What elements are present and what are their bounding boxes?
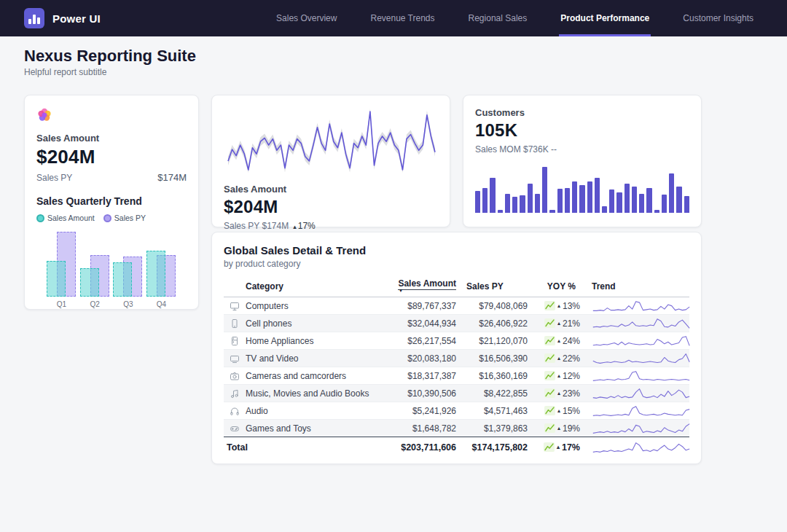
sales-amount-cell: $1,648,782 <box>380 423 456 434</box>
yoy-cell: ▴22% <box>528 353 582 364</box>
tab-revenue-trends[interactable]: Revenue Trends <box>370 0 434 36</box>
customer-bar <box>669 173 674 213</box>
trend-sparkline <box>592 441 691 454</box>
customer-bar <box>557 189 563 213</box>
column-header-sales-py[interactable]: Sales PY <box>456 281 528 292</box>
sales-amount-cell: $5,241,926 <box>380 406 456 416</box>
tab-regional-sales[interactable]: Regional Sales <box>469 0 528 36</box>
customer-bar <box>498 210 503 213</box>
column-header-yoy[interactable]: YOY % <box>528 281 582 292</box>
column-header-category[interactable]: Category <box>246 281 380 292</box>
customer-bar <box>579 185 584 213</box>
table-row-tv-and-video[interactable]: TV and Video$20,083,180$16,506,390▴22% <box>224 349 689 367</box>
table-row-cell-phones[interactable]: Cell phones$32,044,934$26,406,922▴21% <box>224 314 689 332</box>
customer-bar <box>654 210 659 213</box>
headphones-icon <box>230 406 240 416</box>
sales-py-cell: $21,120,070 <box>456 336 528 346</box>
tv-icon <box>230 353 240 364</box>
legend-label: Sales Amount <box>47 214 95 222</box>
trend-sparkline <box>592 300 691 313</box>
tab-customer-insights[interactable]: Customer Insights <box>683 0 753 36</box>
appliance-icon <box>230 336 240 346</box>
table-row-cameras-and-camcorders[interactable]: Cameras and camcorders$18,317,387$16,360… <box>224 367 689 384</box>
customer-bar <box>616 192 622 213</box>
sales-amount-bar <box>146 251 165 297</box>
column-header-trend[interactable]: Trend <box>582 281 691 292</box>
table-header-row: Category Sales Amount▼ Sales PY YOY % Tr… <box>224 276 689 297</box>
customer-bar <box>609 189 614 213</box>
trend-sparkline <box>592 422 691 435</box>
table-row-games-and-toys[interactable]: Games and Toys$1,648,782$1,379,863▴19% <box>224 419 689 437</box>
yoy-cell: ▴21% <box>528 318 582 329</box>
kpi-value: $204M <box>36 146 187 168</box>
increase-icon: ▴ <box>557 407 560 414</box>
sales-amount-cell: $20,083,180 <box>380 353 456 364</box>
table-row-audio[interactable]: Audio$5,241,926$4,571,463▴15% <box>224 402 689 419</box>
category-cell: Audio <box>246 406 380 416</box>
increase-icon: ▴ <box>557 444 560 450</box>
total-label: Total <box>224 442 380 453</box>
sales-trend-card: Sales Amount $204M Sales PY $174M▴17% <box>211 95 450 227</box>
customer-bar <box>549 210 555 213</box>
trend-sparkline <box>592 352 691 365</box>
table-title: Global Sales Detail & Trend <box>224 244 689 257</box>
quarter-bar-group: Q1 <box>47 230 77 308</box>
controller-icon <box>230 423 240 434</box>
sales-amount-cell: $89,767,337 <box>380 301 456 311</box>
page-title: Nexus Reporting Suite <box>24 47 196 66</box>
category-cell: Home Appliances <box>246 336 380 346</box>
increase-icon: ▴ <box>557 355 560 361</box>
sales-detail-card: Global Sales Detail & Trend by product c… <box>211 232 702 464</box>
table-row-home-appliances[interactable]: Home Appliances$26,217,554$21,120,070▴24… <box>224 332 689 349</box>
flower-icon <box>36 107 52 123</box>
yoy-sparkline-icon <box>544 353 555 363</box>
tab-product-performance[interactable]: Product Performance <box>560 0 649 36</box>
customer-bar <box>475 191 480 213</box>
table-subtitle: by product category <box>224 259 689 269</box>
yoy-sparkline-icon <box>544 442 555 452</box>
quarterly-bar-chart: Q1Q2Q3Q4 <box>36 230 187 308</box>
trend-sparkline <box>592 369 691 383</box>
cellphone-icon <box>230 318 240 329</box>
quarter-label: Q3 <box>113 300 143 308</box>
customer-bar <box>572 181 577 213</box>
category-cell: TV and Video <box>246 353 380 364</box>
category-cell: Games and Toys <box>246 423 380 434</box>
quarterly-chart-title: Sales Quarterly Trend <box>36 195 187 207</box>
increase-icon: ▴ <box>557 337 560 344</box>
table-row-computers[interactable]: Computers$89,767,337$79,408,069▴13% <box>224 297 689 314</box>
table-body: Computers$89,767,337$79,408,069▴13%Cell … <box>224 297 689 457</box>
trend-sparkline <box>592 387 691 400</box>
category-cell: Music, Movies and Audio Books <box>246 388 380 399</box>
bar-chart-logo-icon <box>24 8 44 28</box>
sales-amount-bar <box>113 262 132 297</box>
yoy-sparkline-icon <box>544 406 555 415</box>
quarter-bar-group: Q4 <box>146 230 176 308</box>
increase-icon: ▴ <box>557 372 560 379</box>
total-yoy: ▴17% <box>528 442 582 453</box>
legend-dot-sales-amount <box>36 214 44 222</box>
quarter-bar-group: Q2 <box>80 230 110 308</box>
customer-bar <box>632 187 637 213</box>
quarter-label: Q1 <box>47 300 77 308</box>
tab-sales-overview[interactable]: Sales Overview <box>276 0 337 36</box>
quarter-label: Q4 <box>146 300 176 308</box>
column-header-sales-amount[interactable]: Sales Amount▼ <box>380 278 456 294</box>
sales-py-cell: $4,571,463 <box>456 406 528 416</box>
sales-kpi-card: Sales Amount $204M Sales PY $174M Sales … <box>24 95 199 310</box>
kpi-value: $204M <box>224 197 438 217</box>
page-subtitle: Helpful report subtitle <box>24 67 106 77</box>
sales-amount-cell: $18,317,387 <box>380 371 456 381</box>
quarter-label: Q2 <box>80 300 110 308</box>
total-sales-py: $174,175,802 <box>456 442 528 453</box>
sales-trend-chart <box>224 107 438 177</box>
trend-sparkline <box>592 317 691 330</box>
legend-dot-sales-py <box>103 214 111 222</box>
customer-bar <box>528 184 533 213</box>
customer-bar <box>624 184 630 213</box>
computer-icon <box>230 301 240 311</box>
customer-bar <box>505 194 510 213</box>
sales-py-cell: $79,408,069 <box>456 301 528 311</box>
table-row-music-movies-and-audio-books[interactable]: Music, Movies and Audio Books$10,390,506… <box>224 384 689 402</box>
yoy-cell: ▴15% <box>528 406 582 416</box>
